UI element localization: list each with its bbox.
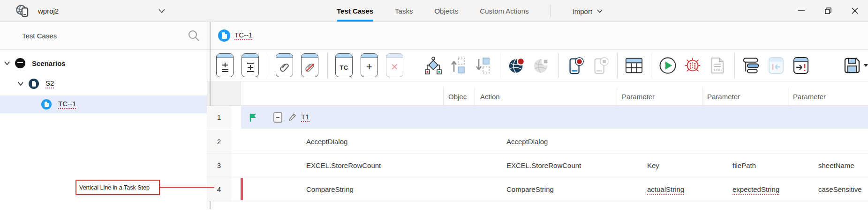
tree-view-button[interactable]	[742, 56, 760, 75]
data-table-button[interactable]	[625, 56, 643, 75]
action-cell[interactable]: CompareString	[499, 185, 641, 193]
task-name[interactable]: T1	[301, 113, 309, 122]
workspace: Test Cases Scenarios	[0, 22, 868, 219]
collapse-icon[interactable]	[273, 112, 282, 123]
main-panel: TC--1 TC	[207, 22, 868, 219]
row-number: 3	[207, 153, 231, 177]
add-row-button[interactable]: +	[361, 53, 378, 77]
tree-item-s2[interactable]: S2	[0, 75, 207, 93]
plus-icon: +	[366, 61, 372, 73]
doc-tab-tc-1[interactable]: TC--1	[218, 29, 252, 42]
tc-button-label: TC	[340, 64, 348, 71]
toolbar-divider	[559, 53, 559, 78]
grid-row-task[interactable]: 1 T1	[207, 106, 868, 130]
toolbar-divider	[327, 53, 328, 78]
chevron-down-icon	[159, 9, 165, 13]
row-number: 2	[207, 130, 231, 153]
row-number: 1	[207, 106, 231, 129]
close-button[interactable]	[841, 0, 868, 22]
doc-tab-label: TC--1	[234, 31, 252, 40]
step-name-cell[interactable]: CompareString	[241, 185, 468, 193]
toolbar-divider	[500, 53, 500, 78]
parameter-cell-3[interactable]: sheetName	[812, 161, 868, 169]
search-icon[interactable]	[188, 29, 200, 42]
restore-button[interactable]	[815, 0, 841, 22]
restore-icon	[825, 7, 831, 14]
tree-item-scenarios[interactable]: Scenarios	[0, 54, 207, 72]
tab-custom-actions[interactable]: Custom Actions	[480, 0, 528, 22]
tab-test-cases[interactable]: Test Cases	[337, 0, 373, 22]
import-menu[interactable]: Import	[573, 0, 603, 22]
hierarchy-button[interactable]	[424, 56, 442, 75]
convert-to-testcase-button[interactable]: TC	[335, 53, 353, 77]
hierarchy-icon	[425, 57, 442, 74]
titlebar: wproj2 Test Cases Tasks Objects Custom A…	[0, 0, 868, 22]
parameter-cell-3[interactable]: caseSensitive	[812, 185, 868, 193]
tab-tasks[interactable]: Tasks	[395, 0, 413, 22]
row-number: 4	[207, 177, 231, 201]
project-name: wproj2	[38, 7, 59, 15]
mobile-stop-button[interactable]	[591, 56, 609, 75]
tree-label: TC--1	[58, 100, 76, 109]
delete-row-button[interactable]: ✕	[386, 53, 403, 77]
move-step-down-button[interactable]	[474, 56, 492, 75]
chevron-down-icon	[597, 9, 603, 13]
parameter-cell-2[interactable]: filePath	[726, 161, 812, 169]
annotation-callout: Vertical Line in a Task Step	[75, 180, 160, 195]
project-selector[interactable]: wproj2	[0, 0, 210, 22]
flag-icon	[249, 113, 257, 122]
header-parameter-3: Parameter	[788, 88, 868, 105]
add-step-below-button[interactable]	[242, 53, 259, 77]
step-name-cell[interactable]: EXCEL.StoreRowCount	[241, 161, 468, 169]
jump-out-icon	[793, 57, 809, 74]
grid-row-step[interactable]: 2 AcceptDialog AcceptDialog	[207, 130, 868, 153]
add-step-above-button[interactable]	[216, 53, 234, 77]
move-step-up-button[interactable]	[449, 56, 467, 75]
save-button[interactable]	[843, 57, 868, 74]
chevron-down-icon[interactable]	[4, 60, 10, 66]
tab-objects[interactable]: Objects	[434, 0, 458, 22]
attach-button[interactable]	[276, 53, 293, 77]
parameter-cell-2[interactable]: expectedString	[726, 185, 812, 193]
detach-icon	[305, 62, 315, 73]
parameter-cell-1[interactable]: Key	[641, 161, 726, 169]
debug-icon	[684, 56, 702, 75]
testcase-icon	[41, 99, 52, 110]
web-record-button[interactable]	[508, 56, 526, 75]
debug-button[interactable]	[684, 56, 702, 75]
grid-row-step[interactable]: 3 EXCEL.StoreRowCount EXCEL.StoreRowCoun…	[207, 153, 868, 177]
sidebar-title: Test Cases	[22, 32, 57, 40]
run-button[interactable]	[659, 56, 677, 75]
scenario-icon	[29, 79, 39, 89]
step-name-cell[interactable]: AcceptDialog	[241, 138, 468, 146]
import-label: Import	[573, 7, 593, 15]
header-object: Objec	[443, 88, 475, 105]
add-step-below-icon	[246, 62, 255, 73]
grid-header: Objec Action Parameter Parameter Paramet…	[207, 81, 868, 106]
mobile-record-icon	[566, 56, 584, 75]
jump-out-button[interactable]	[792, 56, 810, 75]
parameter-cell-1[interactable]: actualString	[641, 185, 726, 193]
tree-item-tc-1[interactable]: TC--1	[0, 95, 207, 113]
add-step-above-icon	[220, 62, 230, 73]
log-button[interactable]: LOG	[709, 56, 726, 75]
jump-in-button[interactable]	[767, 56, 785, 75]
app-window: wproj2 Test Cases Tasks Objects Custom A…	[0, 0, 868, 219]
header-parameter-2: Parameter	[702, 88, 788, 105]
test-step-grid: Objec Action Parameter Parameter Paramet…	[207, 81, 868, 219]
minimize-button[interactable]	[788, 0, 815, 22]
detach-button[interactable]	[301, 53, 318, 77]
chevron-down-icon[interactable]	[17, 80, 24, 87]
move-down-icon	[475, 57, 491, 74]
grid-row-step[interactable]: 4 CompareString CompareString actualStri…	[207, 177, 868, 201]
log-icon: LOG	[710, 57, 725, 74]
attach-icon	[279, 62, 290, 73]
minimize-icon	[798, 10, 805, 11]
web-stop-button[interactable]	[533, 56, 551, 75]
mobile-record-button[interactable]	[566, 56, 584, 75]
action-cell[interactable]: EXCEL.StoreRowCount	[499, 161, 641, 169]
pencil-icon[interactable]	[288, 113, 296, 122]
header-name	[241, 88, 443, 105]
action-cell[interactable]: AcceptDialog	[499, 138, 641, 146]
web-record-icon	[508, 56, 526, 75]
